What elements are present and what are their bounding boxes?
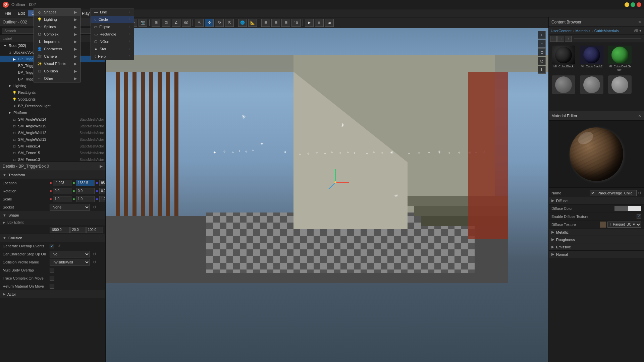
back-btn[interactable]: ←	[550, 36, 557, 42]
multi-body-checkbox[interactable]	[50, 268, 54, 273]
asset-cubic-dark-green[interactable]: MI_CubicDarkGreen	[606, 44, 633, 73]
return-material-checkbox[interactable]	[50, 284, 54, 289]
breadcrumb-user-content[interactable]: UserContent	[551, 29, 572, 33]
scl-y-input[interactable]	[76, 196, 95, 202]
create-other-item[interactable]: ⋯ Other ▶	[34, 75, 80, 82]
box-y-input[interactable]	[70, 227, 86, 233]
me-emissive-section[interactable]: ▶ Emissive	[549, 243, 644, 251]
menu-file[interactable]: File	[1, 10, 14, 16]
socket-select[interactable]: None	[50, 204, 90, 210]
tree-item[interactable]: □SM_AngleWall14StaticMeshActor	[0, 116, 105, 123]
breadcrumb-materials[interactable]: Materials	[575, 29, 590, 33]
tree-item[interactable]: ▼Lighting	[0, 82, 105, 89]
zoom-in-btn[interactable]: +	[538, 31, 546, 39]
box-x-input[interactable]	[50, 227, 70, 233]
move-btn[interactable]: ✛	[205, 19, 214, 27]
details-pin[interactable]: ▶	[100, 164, 103, 169]
info-btn[interactable]: ℹ	[538, 66, 546, 74]
create-visual-effects-item[interactable]: ✨ Visual Effects ▶	[34, 60, 80, 67]
me-pin[interactable]: ✕	[638, 114, 641, 118]
loc-z-input[interactable]	[99, 180, 105, 186]
scl-x-input[interactable]	[53, 196, 71, 202]
grid3-btn[interactable]: ⊞	[271, 19, 280, 27]
create-complex-item[interactable]: ⬡ Complex ▶	[34, 31, 80, 38]
loc-x-input[interactable]	[53, 180, 71, 186]
grid-btn[interactable]: ⊞	[152, 19, 160, 27]
asset-cubic-black2[interactable]: MI_CubicBlack2	[578, 44, 605, 73]
camera-btn[interactable]: 📷	[139, 19, 147, 27]
collision-section[interactable]: ▼ Collision	[0, 234, 105, 242]
shape-circle-item[interactable]: ○ Circle ⠿	[91, 17, 134, 23]
tree-item[interactable]: □SM_Fence15StaticMeshActor	[0, 149, 105, 156]
shape-star-item[interactable]: ★ Star ⠿	[91, 45, 134, 53]
up-btn[interactable]: ↑	[565, 36, 572, 42]
me-metallic-section[interactable]: ▶ Metallic	[549, 229, 644, 236]
collision-profile-reset[interactable]: ↺	[92, 259, 97, 265]
viewport[interactable]: ✳ ✳ ✦ ✦ ✧ ✧ ✧ ✧ ✧ ✦ ✧ ✧ ✧ ✧ ✧ ✧	[106, 17, 548, 362]
tree-item[interactable]: □SM_AngleWall13StaticMeshActor	[0, 136, 105, 143]
shape-section[interactable]: ▼ Shape	[0, 211, 105, 219]
tree-item[interactable]: 💡SpotLights	[0, 96, 105, 103]
rotate-btn[interactable]: ↻	[215, 19, 224, 27]
loc-y-input[interactable]	[76, 180, 95, 186]
minimize-button[interactable]	[625, 2, 629, 7]
create-camera-item[interactable]: 🎥 Camera ▶	[34, 53, 80, 60]
rot-z-input[interactable]	[99, 188, 105, 194]
enable-diffuse-checkbox[interactable]	[637, 214, 641, 219]
fit-btn[interactable]: ⊡	[538, 48, 546, 56]
zoom-out-btn[interactable]: −	[538, 40, 546, 48]
tree-item[interactable]: □SM_AngleWall15StaticMeshActor	[0, 123, 105, 129]
create-splines-item[interactable]: 〜 Splines ▶	[34, 23, 80, 31]
forward-btn[interactable]: →	[557, 36, 564, 42]
trace-complex-checkbox[interactable]	[50, 276, 54, 281]
tree-item[interactable]: □SM_Fence14StaticMeshActor	[0, 143, 105, 149]
rot-y-input[interactable]	[76, 188, 95, 194]
create-lighting-item[interactable]: 💡 Lighting ▶	[34, 17, 80, 23]
tree-item[interactable]: □SM_AngleWall12StaticMeshActor	[0, 129, 105, 136]
cb-pin[interactable]: ✕	[638, 20, 641, 24]
maximize-button[interactable]	[631, 2, 635, 7]
socket-reset[interactable]: ↺	[92, 204, 97, 210]
tree-item[interactable]: 💡RectLights	[0, 89, 105, 96]
shape-ngon-item[interactable]: ⬡ NGon ⠿	[91, 38, 134, 45]
collision-profile-select[interactable]: InvisibleWall	[50, 259, 90, 265]
create-collision-item[interactable]: □ Collision ▶	[34, 67, 80, 75]
gen-overlap-checkbox[interactable]	[50, 244, 54, 248]
diffuse-color-swatch[interactable]	[614, 206, 641, 211]
me-name-reset[interactable]: ↺	[638, 191, 641, 195]
breadcrumb-cubic[interactable]: CubicMaterials	[594, 29, 619, 33]
create-importers-item[interactable]: ⬇ Importers ▶	[34, 38, 80, 45]
pause-btn[interactable]: ⏸	[315, 19, 324, 27]
tree-item[interactable]: □SM_Fence13StaticMeshActor	[0, 156, 105, 161]
asset-cubic-black[interactable]: MI_CubicBlack	[550, 44, 577, 73]
transform-section[interactable]: ▼ Transform	[0, 171, 105, 179]
shape-helix-item[interactable]: ⌇ Helix ⠿	[91, 53, 134, 60]
can-char-select[interactable]: No	[50, 251, 90, 257]
tex-select[interactable]: T_Parquet_BC ▼	[607, 222, 641, 228]
grid4-btn[interactable]: ⊞	[281, 19, 290, 27]
box-extent-section[interactable]: ▶ Box Extent	[0, 219, 105, 226]
cam3-btn[interactable]: 📐	[248, 19, 257, 27]
me-roughness-section[interactable]: ▶ Roughness	[549, 236, 644, 243]
asset6[interactable]	[606, 74, 633, 96]
grid2-btn[interactable]: ⊞	[261, 19, 270, 27]
sim-btn[interactable]: ⏭	[325, 19, 334, 27]
rot-x-input[interactable]	[53, 188, 71, 194]
focus-btn[interactable]: ◎	[538, 57, 546, 65]
shapes-submenu[interactable]: — Line ⠿ ○ Circle ⠿ ⬭ Ellipse ⠿ ▭ Rectan…	[91, 17, 134, 60]
tree-item[interactable]: ☀BP_DirectionalLight	[0, 103, 105, 109]
asset4[interactable]	[550, 74, 577, 96]
can-char-reset[interactable]: ↺	[92, 251, 97, 257]
me-name-input[interactable]	[590, 190, 637, 196]
me-diffuse-section[interactable]: ▶ Diffuse	[549, 197, 644, 204]
create-menu[interactable]: ◇ Shapes ▶ 💡 Lighting ▶ 〜 Splines ▶ ⬡ Co…	[34, 17, 80, 82]
actor-section[interactable]: ▶ Actor	[0, 290, 105, 298]
asset5[interactable]	[578, 74, 605, 96]
camera2-btn[interactable]: 🌐	[238, 19, 247, 27]
play-btn[interactable]: ▶	[305, 19, 314, 27]
shape-rectangle-item[interactable]: ▭ Rectangle ⠿	[91, 31, 134, 38]
box-z-input[interactable]	[86, 227, 103, 233]
scale-btn-toolbar[interactable]: ⇱	[225, 19, 234, 27]
scl-z-input[interactable]	[99, 196, 105, 202]
shape-ellipse-item[interactable]: ⬭ Ellipse ⠿	[91, 23, 134, 31]
